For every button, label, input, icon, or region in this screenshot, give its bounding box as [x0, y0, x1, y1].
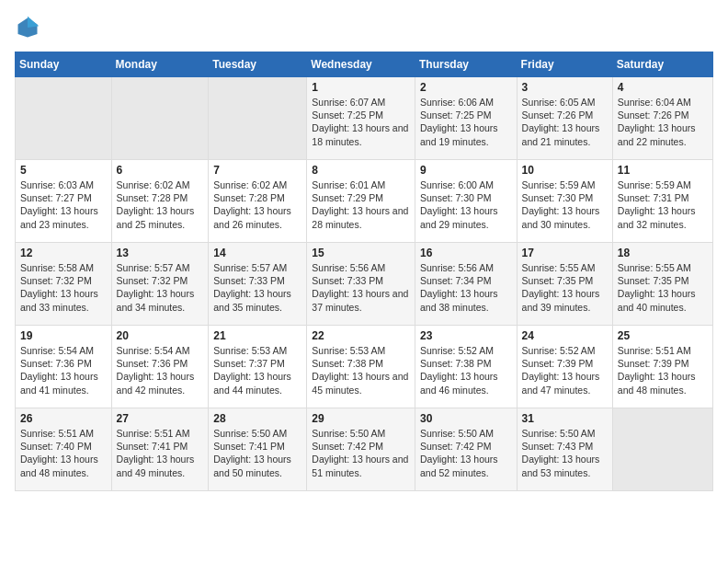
cell-info: Sunrise: 5:59 AM Sunset: 7:30 PM Dayligh…	[522, 178, 608, 231]
day-number: 9	[420, 164, 512, 177]
calendar-cell: 31 Sunrise: 5:50 AM Sunset: 7:43 PM Dayl…	[517, 408, 612, 491]
calendar-cell: 2 Sunrise: 6:06 AM Sunset: 7:25 PM Dayli…	[415, 77, 517, 160]
day-number: 15	[312, 247, 410, 259]
calendar-cell: 7 Sunrise: 6:02 AM Sunset: 7:28 PM Dayli…	[209, 160, 307, 243]
cell-info: Sunrise: 5:50 AM Sunset: 7:42 PM Dayligh…	[312, 427, 410, 479]
day-number: 21	[213, 329, 301, 342]
week-row-4: 19 Sunrise: 5:54 AM Sunset: 7:36 PM Dayl…	[16, 326, 713, 408]
calendar-cell: 15 Sunrise: 5:56 AM Sunset: 7:33 PM Dayl…	[307, 243, 415, 326]
cell-info: Sunrise: 5:53 AM Sunset: 7:38 PM Dayligh…	[312, 344, 410, 396]
day-number: 28	[213, 412, 301, 425]
cell-info: Sunrise: 5:53 AM Sunset: 7:37 PM Dayligh…	[213, 344, 301, 396]
cell-info: Sunrise: 5:52 AM Sunset: 7:39 PM Dayligh…	[522, 344, 608, 396]
calendar-cell: 12 Sunrise: 5:58 AM Sunset: 7:32 PM Dayl…	[16, 243, 112, 326]
logo	[15, 15, 44, 40]
cell-info: Sunrise: 5:59 AM Sunset: 7:31 PM Dayligh…	[618, 178, 708, 231]
calendar-cell: 13 Sunrise: 5:57 AM Sunset: 7:32 PM Dayl…	[111, 243, 209, 326]
calendar-cell: 10 Sunrise: 5:59 AM Sunset: 7:30 PM Dayl…	[517, 160, 612, 243]
day-number: 8	[312, 164, 410, 177]
calendar-cell: 24 Sunrise: 5:52 AM Sunset: 7:39 PM Dayl…	[517, 326, 612, 408]
calendar-cell: 6 Sunrise: 6:02 AM Sunset: 7:28 PM Dayli…	[111, 160, 209, 243]
header-monday: Monday	[111, 52, 209, 77]
day-number: 30	[420, 412, 512, 425]
cell-info: Sunrise: 6:05 AM Sunset: 7:26 PM Dayligh…	[522, 96, 608, 148]
header-friday: Friday	[517, 52, 612, 77]
day-number: 12	[20, 247, 107, 259]
day-number: 3	[522, 81, 608, 94]
day-number: 19	[20, 329, 107, 342]
header-thursday: Thursday	[415, 52, 517, 77]
cell-info: Sunrise: 5:55 AM Sunset: 7:35 PM Dayligh…	[618, 261, 708, 314]
day-number: 18	[618, 247, 708, 259]
calendar-cell: 4 Sunrise: 6:04 AM Sunset: 7:26 PM Dayli…	[612, 77, 712, 160]
day-number: 14	[213, 247, 301, 259]
calendar-cell: 8 Sunrise: 6:01 AM Sunset: 7:29 PM Dayli…	[307, 160, 415, 243]
cell-info: Sunrise: 5:58 AM Sunset: 7:32 PM Dayligh…	[20, 261, 107, 314]
cell-info: Sunrise: 5:57 AM Sunset: 7:32 PM Dayligh…	[117, 261, 204, 314]
page-header	[15, 15, 713, 40]
cell-info: Sunrise: 5:50 AM Sunset: 7:42 PM Dayligh…	[420, 427, 512, 479]
day-number: 24	[522, 329, 608, 342]
day-number: 4	[618, 81, 708, 94]
calendar-cell: 9 Sunrise: 6:00 AM Sunset: 7:30 PM Dayli…	[415, 160, 517, 243]
cell-info: Sunrise: 5:50 AM Sunset: 7:43 PM Dayligh…	[522, 427, 608, 479]
header-sunday: Sunday	[16, 52, 112, 77]
header-saturday: Saturday	[612, 52, 712, 77]
calendar-cell	[16, 77, 112, 160]
calendar-cell: 5 Sunrise: 6:03 AM Sunset: 7:27 PM Dayli…	[16, 160, 112, 243]
day-number: 1	[312, 81, 410, 94]
cell-info: Sunrise: 5:56 AM Sunset: 7:33 PM Dayligh…	[312, 261, 410, 314]
day-number: 13	[117, 247, 204, 259]
week-row-5: 26 Sunrise: 5:51 AM Sunset: 7:40 PM Dayl…	[16, 408, 713, 491]
calendar-cell: 14 Sunrise: 5:57 AM Sunset: 7:33 PM Dayl…	[209, 243, 307, 326]
day-number: 11	[618, 164, 708, 177]
day-number: 31	[522, 412, 608, 425]
cell-info: Sunrise: 6:07 AM Sunset: 7:25 PM Dayligh…	[312, 96, 410, 148]
day-number: 27	[117, 412, 204, 425]
header-wednesday: Wednesday	[307, 52, 415, 77]
calendar-cell: 23 Sunrise: 5:52 AM Sunset: 7:38 PM Dayl…	[415, 326, 517, 408]
calendar-cell: 11 Sunrise: 5:59 AM Sunset: 7:31 PM Dayl…	[612, 160, 712, 243]
day-number: 26	[20, 412, 107, 425]
calendar-cell: 29 Sunrise: 5:50 AM Sunset: 7:42 PM Dayl…	[307, 408, 415, 491]
day-number: 5	[20, 164, 107, 177]
cell-info: Sunrise: 5:54 AM Sunset: 7:36 PM Dayligh…	[117, 344, 204, 396]
cell-info: Sunrise: 6:04 AM Sunset: 7:26 PM Dayligh…	[618, 96, 708, 148]
cell-info: Sunrise: 6:03 AM Sunset: 7:27 PM Dayligh…	[20, 178, 107, 231]
calendar-cell: 19 Sunrise: 5:54 AM Sunset: 7:36 PM Dayl…	[16, 326, 112, 408]
calendar-body: 1 Sunrise: 6:07 AM Sunset: 7:25 PM Dayli…	[16, 77, 713, 491]
day-number: 29	[312, 412, 410, 425]
day-number: 2	[420, 81, 512, 94]
calendar-cell	[111, 77, 209, 160]
week-row-3: 12 Sunrise: 5:58 AM Sunset: 7:32 PM Dayl…	[16, 243, 713, 326]
calendar-cell	[612, 408, 712, 491]
cell-info: Sunrise: 5:50 AM Sunset: 7:41 PM Dayligh…	[213, 427, 301, 479]
cell-info: Sunrise: 5:54 AM Sunset: 7:36 PM Dayligh…	[20, 344, 107, 396]
day-number: 6	[117, 164, 204, 177]
calendar-cell: 22 Sunrise: 5:53 AM Sunset: 7:38 PM Dayl…	[307, 326, 415, 408]
cell-info: Sunrise: 5:52 AM Sunset: 7:38 PM Dayligh…	[420, 344, 512, 396]
days-of-week-row: SundayMondayTuesdayWednesdayThursdayFrid…	[16, 52, 713, 77]
cell-info: Sunrise: 5:56 AM Sunset: 7:34 PM Dayligh…	[420, 261, 512, 314]
cell-info: Sunrise: 6:02 AM Sunset: 7:28 PM Dayligh…	[117, 178, 204, 231]
calendar-cell: 16 Sunrise: 5:56 AM Sunset: 7:34 PM Dayl…	[415, 243, 517, 326]
day-number: 16	[420, 247, 512, 259]
calendar-cell: 25 Sunrise: 5:51 AM Sunset: 7:39 PM Dayl…	[612, 326, 712, 408]
svg-marker-1	[28, 17, 39, 28]
calendar-cell: 3 Sunrise: 6:05 AM Sunset: 7:26 PM Dayli…	[517, 77, 612, 160]
cell-info: Sunrise: 5:57 AM Sunset: 7:33 PM Dayligh…	[213, 261, 301, 314]
calendar-cell: 30 Sunrise: 5:50 AM Sunset: 7:42 PM Dayl…	[415, 408, 517, 491]
calendar-cell	[209, 77, 307, 160]
calendar-cell: 20 Sunrise: 5:54 AM Sunset: 7:36 PM Dayl…	[111, 326, 209, 408]
week-row-2: 5 Sunrise: 6:03 AM Sunset: 7:27 PM Dayli…	[16, 160, 713, 243]
calendar-cell: 17 Sunrise: 5:55 AM Sunset: 7:35 PM Dayl…	[517, 243, 612, 326]
day-number: 22	[312, 329, 410, 342]
day-number: 23	[420, 329, 512, 342]
calendar-cell: 18 Sunrise: 5:55 AM Sunset: 7:35 PM Dayl…	[612, 243, 712, 326]
calendar-table: SundayMondayTuesdayWednesdayThursdayFrid…	[15, 52, 713, 491]
logo-icon	[15, 15, 40, 40]
calendar-cell: 26 Sunrise: 5:51 AM Sunset: 7:40 PM Dayl…	[16, 408, 112, 491]
cell-info: Sunrise: 6:02 AM Sunset: 7:28 PM Dayligh…	[213, 178, 301, 231]
week-row-1: 1 Sunrise: 6:07 AM Sunset: 7:25 PM Dayli…	[16, 77, 713, 160]
day-number: 7	[213, 164, 301, 177]
